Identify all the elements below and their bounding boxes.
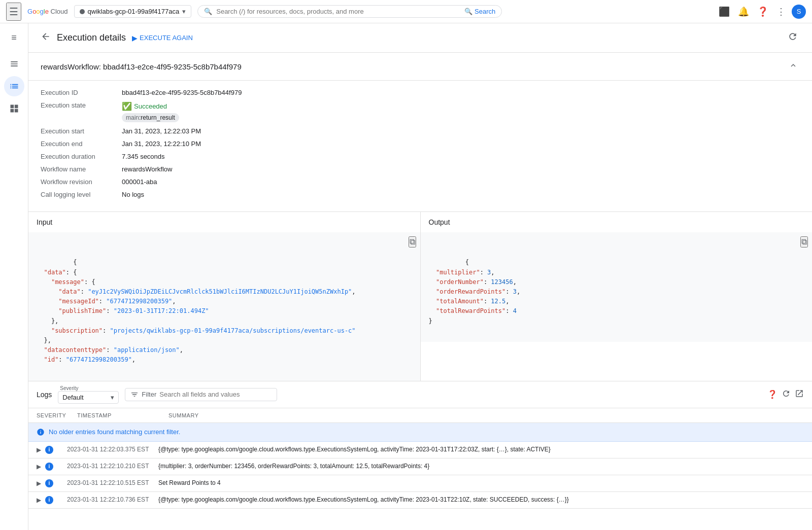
- terminal-icon-button[interactable]: ⬛: [717, 4, 732, 19]
- execution-state-label: Execution state: [41, 101, 122, 109]
- state-tag: main : return_result: [122, 113, 179, 122]
- search-icon: 🔍: [204, 8, 212, 15]
- log-expand-button[interactable]: ▶: [37, 446, 41, 453]
- output-code-area: ⧉ { "multiplier": 3, "orderNumber": 1234…: [421, 232, 813, 342]
- input-label: Input: [37, 218, 52, 226]
- log-timestamp-col: 2023-01-31 12:22:10.736 EST: [67, 496, 158, 503]
- log-severity-col: ▶ i: [37, 463, 67, 471]
- execution-start-label: Execution start: [41, 127, 122, 135]
- search-button[interactable]: 🔍 Search: [464, 8, 495, 15]
- log-expand-button[interactable]: ▶: [37, 463, 41, 470]
- logo-text: Google Cloud: [27, 8, 68, 15]
- execution-start-row: Execution start Jan 31, 2023, 12:22:03 P…: [41, 127, 800, 135]
- col-summary-header: SUMMARY: [168, 412, 804, 418]
- logs-open-external-button[interactable]: [795, 389, 804, 400]
- page-header: Execution details ▶ EXECUTE AGAIN: [28, 23, 812, 53]
- execution-id-row: Execution ID bbad4f13-e2ce-4f95-9235-5c8…: [41, 89, 800, 96]
- more-options-icon-button[interactable]: ⋮: [774, 4, 788, 19]
- execution-end-value: Jan 31, 2023, 12:22:10 PM: [122, 140, 201, 148]
- succeeded-badge: ✅ Succeeded: [122, 101, 179, 111]
- log-summary-col: {multiplier: 3, orderNumber: 123456, ord…: [158, 463, 804, 470]
- workflow-name-row: Workflow name rewardsWorkflow: [41, 165, 800, 173]
- logs-refresh-button[interactable]: [782, 389, 791, 400]
- logs-label: Logs: [37, 391, 52, 399]
- app-body: ≡ Execution details ▶ EXECUTE AGAIN: [0, 23, 812, 530]
- google-cloud-logo[interactable]: Google Cloud: [27, 8, 68, 15]
- info-banner: No older entries found matching current …: [28, 423, 812, 442]
- collapse-button[interactable]: [787, 59, 800, 74]
- log-row: ▶ i 2023-01-31 12:22:10.210 EST {multipl…: [28, 458, 812, 475]
- sidebar: ≡: [0, 23, 28, 530]
- workflow-title-bar: rewardsWorkflow: bbad4f13-e2ce-4f95-9235…: [28, 53, 812, 81]
- log-row: ▶ i 2023-01-31 12:22:10.736 EST {@type: …: [28, 492, 812, 509]
- log-timestamp-col: 2023-01-31 12:22:10.515 EST: [67, 479, 158, 486]
- filter-input[interactable]: [159, 391, 272, 398]
- project-name: qwiklabs-gcp-01-99a9f4177aca: [88, 8, 180, 15]
- execution-duration-label: Execution duration: [41, 153, 122, 160]
- hamburger-menu-button[interactable]: ☰: [6, 3, 21, 21]
- execution-id-label: Execution ID: [41, 89, 122, 96]
- severity-chevron-icon: ▾: [111, 394, 114, 401]
- execution-duration-row: Execution duration 7.345 seconds: [41, 153, 800, 160]
- log-severity-col: ▶ i: [37, 446, 67, 454]
- sidebar-item-list[interactable]: [4, 76, 24, 96]
- log-row: ▶ i 2023-01-31 12:22:10.515 EST Set Rewa…: [28, 475, 812, 492]
- severity-small-label: Severity: [58, 385, 119, 391]
- refresh-button[interactable]: [786, 29, 800, 46]
- severity-group: Severity Default ▾: [58, 385, 119, 404]
- input-copy-button[interactable]: ⧉: [409, 236, 416, 248]
- log-summary-col: {@type: type.googleapis.com/google.cloud…: [158, 496, 804, 503]
- avatar[interactable]: S: [792, 5, 806, 19]
- execution-end-row: Execution end Jan 31, 2023, 12:22:10 PM: [41, 140, 800, 148]
- page-title: Execution details: [57, 32, 126, 43]
- execute-again-label: EXECUTE AGAIN: [140, 34, 193, 42]
- log-expand-button[interactable]: ▶: [37, 497, 41, 504]
- execution-state-row: Execution state ✅ Succeeded main : retur…: [41, 101, 800, 122]
- logs-help-button[interactable]: ❓: [767, 390, 777, 399]
- help-icon-button[interactable]: ❓: [755, 4, 770, 19]
- sidebar-item-workflows[interactable]: [4, 54, 24, 74]
- input-panel-header: Input: [28, 212, 420, 232]
- logs-icons: ❓: [767, 389, 804, 400]
- log-severity-badge: i: [45, 496, 53, 504]
- info-banner-text: No older entries found matching current …: [49, 428, 180, 436]
- sidebar-item-dashboard[interactable]: [4, 98, 24, 119]
- workflow-name-value: rewardsWorkflow: [122, 165, 172, 173]
- logs-toolbar: Logs Severity Default ▾ Filter ❓: [28, 381, 812, 408]
- search-bar: 🔍 🔍 Search: [197, 5, 502, 18]
- severity-select[interactable]: Default ▾: [58, 391, 119, 404]
- succeeded-text: Succeeded: [134, 102, 167, 110]
- sidebar-item-menu[interactable]: ≡: [4, 27, 24, 48]
- log-summary-col: Set Reward Points to 4: [158, 479, 804, 486]
- search-input[interactable]: [216, 8, 460, 15]
- log-table: ▶ i 2023-01-31 12:22:03.375 EST {@type: …: [28, 442, 812, 530]
- execute-again-button[interactable]: ▶ EXECUTE AGAIN: [132, 34, 193, 42]
- output-panel-header: Output: [421, 212, 813, 232]
- output-label: Output: [429, 218, 450, 226]
- log-severity-col: ▶ i: [37, 479, 67, 487]
- workflow-revision-label: Workflow revision: [41, 178, 122, 186]
- notifications-icon-button[interactable]: 🔔: [736, 4, 751, 19]
- project-selector[interactable]: qwiklabs-gcp-01-99a9f4177aca ▾: [74, 5, 192, 18]
- state-return-label: return_result: [141, 114, 175, 121]
- call-logging-level-value: No logs: [122, 191, 144, 198]
- log-row: ▶ i 2023-01-31 12:22:03.375 EST {@type: …: [28, 442, 812, 458]
- execution-end-label: Execution end: [41, 140, 122, 148]
- log-severity-badge: i: [45, 463, 53, 471]
- project-dot: [80, 9, 85, 14]
- col-severity-header: SEVERITY: [37, 412, 77, 418]
- search-button-icon: 🔍: [464, 8, 472, 15]
- top-nav: ☰ Google Cloud qwiklabs-gcp-01-99a9f4177…: [0, 0, 812, 23]
- check-circle-icon: ✅: [122, 101, 132, 111]
- output-copy-button[interactable]: ⧉: [800, 236, 808, 248]
- call-logging-level-row: Call logging level No logs: [41, 191, 800, 198]
- info-icon: [37, 428, 45, 436]
- back-button[interactable]: [41, 31, 51, 44]
- log-expand-button[interactable]: ▶: [37, 480, 41, 487]
- workflow-name: rewardsWorkflow: bbad4f13-e2ce-4f95-9235…: [41, 62, 242, 71]
- log-severity-col: ▶ i: [37, 496, 67, 504]
- details-section: Execution ID bbad4f13-e2ce-4f95-9235-5c8…: [28, 81, 812, 212]
- workflow-revision-value: 000001-aba: [122, 178, 157, 186]
- play-icon: ▶: [132, 34, 138, 42]
- output-panel: Output ⧉ { "multiplier": 3, "orderNumber…: [421, 212, 813, 381]
